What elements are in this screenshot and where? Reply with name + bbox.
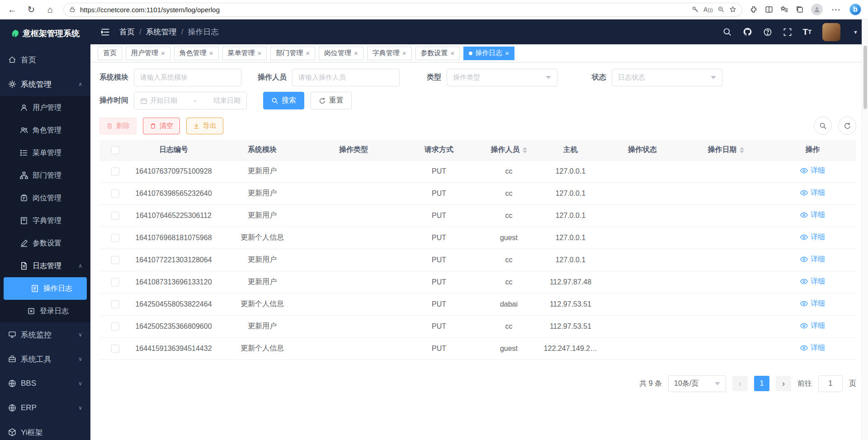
breadcrumb-item-system[interactable]: 系统管理 xyxy=(146,27,177,37)
tab-role-mgmt[interactable]: 角色管理× xyxy=(174,47,219,60)
detail-link[interactable]: 详细 xyxy=(800,277,825,286)
home-icon[interactable]: ⌂ xyxy=(44,5,56,15)
sidebar-item-system[interactable]: 系统管理 ∧ xyxy=(0,72,90,96)
tab-param-settings[interactable]: 参数设置× xyxy=(415,47,460,60)
help-icon[interactable] xyxy=(763,28,772,37)
font-size-icon[interactable]: TT xyxy=(803,27,812,37)
favorites-bar-icon[interactable] xyxy=(780,5,788,14)
prev-page-button[interactable]: ‹ xyxy=(732,376,748,391)
sidebar-item-logs[interactable]: 日志管理 ∧ xyxy=(0,255,90,277)
sidebar-item-tools[interactable]: 系统工具 ∨ xyxy=(0,347,90,371)
detail-link[interactable]: 详细 xyxy=(800,210,825,220)
sidebar-item-bbs[interactable]: BBS ∨ xyxy=(0,371,90,396)
status-select[interactable]: 日志状态 xyxy=(612,69,722,86)
detail-link[interactable]: 详细 xyxy=(800,343,825,353)
sidebar-item-parameters[interactable]: 参数设置 xyxy=(0,232,90,255)
detail-link[interactable]: 详细 xyxy=(800,321,825,331)
close-icon[interactable]: × xyxy=(451,49,455,57)
detail-link[interactable]: 详细 xyxy=(800,188,825,198)
scrollbar-thumb[interactable] xyxy=(863,46,867,109)
sidebar-item-menus[interactable]: 菜单管理 xyxy=(0,142,90,164)
close-icon[interactable]: × xyxy=(161,49,165,57)
tab-menu-mgmt[interactable]: 菜单管理× xyxy=(222,47,267,60)
reset-button[interactable]: 重置 xyxy=(311,92,352,109)
sidebar-item-monitor[interactable]: 系统监控 ∨ xyxy=(0,322,90,347)
tab-operation-log[interactable]: 操作日志× xyxy=(463,47,514,60)
zoom-out-icon[interactable] xyxy=(717,6,725,13)
extensions-icon[interactable] xyxy=(750,5,758,14)
select-all-checkbox[interactable] xyxy=(111,146,119,154)
sidebar-item-departments[interactable]: 部门管理 xyxy=(0,164,90,187)
app-logo[interactable]: 意框架管理系统 xyxy=(0,19,90,47)
fullscreen-icon[interactable] xyxy=(783,28,792,37)
sidebar-item-operation-log[interactable]: 操作日志 xyxy=(4,277,87,300)
delete-button[interactable]: 删除 xyxy=(99,118,137,134)
address-bar[interactable]: https://ccnetcore.com:1101/system/log/op… xyxy=(63,3,742,17)
sidebar-item-roles[interactable]: 角色管理 xyxy=(0,119,90,142)
sort-icon[interactable] xyxy=(740,147,744,153)
password-key-icon[interactable] xyxy=(692,6,699,13)
browser-profile-avatar[interactable] xyxy=(811,4,823,15)
tab-post-mgmt[interactable]: 岗位管理× xyxy=(319,47,363,60)
show-search-icon[interactable] xyxy=(814,117,832,135)
refresh-table-icon[interactable] xyxy=(838,117,856,135)
row-checkbox[interactable] xyxy=(111,212,119,220)
refresh-icon[interactable]: ↻ xyxy=(25,4,37,15)
row-checkbox[interactable] xyxy=(111,345,119,353)
clear-button[interactable]: 清空 xyxy=(143,118,180,134)
detail-link[interactable]: 详细 xyxy=(800,232,825,242)
row-checkbox[interactable] xyxy=(111,300,119,308)
next-page-button[interactable]: › xyxy=(776,376,791,391)
tab-dict-mgmt[interactable]: 字典管理× xyxy=(367,47,412,60)
module-input[interactable]: 请输入系统模块 xyxy=(134,69,241,86)
operator-input[interactable]: 请输入操作人员 xyxy=(292,69,400,86)
sidebar-item-users[interactable]: 用户管理 xyxy=(0,96,90,119)
goto-page-input[interactable]: 1 xyxy=(818,375,843,392)
page-size-select[interactable]: 10条/页 xyxy=(668,375,726,392)
read-aloud-icon[interactable]: A))) xyxy=(703,6,713,13)
sidebar-item-posts[interactable]: 岗位管理 xyxy=(0,187,90,209)
collections-icon[interactable] xyxy=(796,5,804,14)
close-icon[interactable]: × xyxy=(209,49,213,57)
tab-user-mgmt[interactable]: 用户管理× xyxy=(126,47,170,60)
row-checkbox[interactable] xyxy=(111,189,119,198)
sidebar-item-dictionary[interactable]: 字典管理 xyxy=(0,209,90,232)
date-range-picker[interactable]: 开始日期 - 结束日期 xyxy=(134,92,247,109)
sort-icon[interactable] xyxy=(523,147,527,153)
url-text[interactable]: https://ccnetcore.com:1101/system/log/op… xyxy=(80,6,687,14)
tab-home[interactable]: 首页 xyxy=(98,47,122,60)
bing-icon[interactable]: b xyxy=(849,3,862,16)
detail-link[interactable]: 详细 xyxy=(800,166,825,175)
close-icon[interactable]: × xyxy=(354,49,358,57)
search-button[interactable]: 搜索 xyxy=(263,92,304,109)
sidebar-item-home[interactable]: 首页 xyxy=(0,47,90,72)
sidebar-item-login-log[interactable]: 登录日志 xyxy=(0,300,90,322)
detail-link[interactable]: 详细 xyxy=(800,299,825,308)
sidebar-item-erp[interactable]: ERP ∨ xyxy=(0,396,90,420)
split-screen-icon[interactable] xyxy=(765,5,773,14)
collapse-sidebar-icon[interactable] xyxy=(100,27,110,37)
current-page-button[interactable]: 1 xyxy=(754,376,769,391)
more-menu-icon[interactable]: ⋯ xyxy=(830,4,842,15)
breadcrumb-item-home[interactable]: 首页 xyxy=(119,27,135,37)
row-checkbox[interactable] xyxy=(111,278,119,286)
row-checkbox[interactable] xyxy=(111,234,119,242)
close-icon[interactable]: × xyxy=(402,49,406,57)
close-icon[interactable]: × xyxy=(306,49,310,57)
row-checkbox[interactable] xyxy=(111,322,119,331)
page-scrollbar[interactable] xyxy=(862,19,868,440)
row-checkbox[interactable] xyxy=(111,167,119,175)
search-icon[interactable] xyxy=(723,28,732,37)
col-operator[interactable]: 操作人员 xyxy=(479,140,539,160)
github-icon[interactable] xyxy=(743,27,752,37)
user-avatar[interactable] xyxy=(822,23,840,41)
row-checkbox[interactable] xyxy=(111,256,119,264)
back-icon[interactable]: ← xyxy=(6,5,18,15)
close-icon[interactable]: × xyxy=(258,49,262,57)
favorites-add-icon[interactable] xyxy=(729,6,736,13)
type-select[interactable]: 操作类型 xyxy=(447,69,557,86)
avatar-caret-icon[interactable]: ▼ xyxy=(853,29,858,35)
detail-link[interactable]: 详细 xyxy=(800,255,825,264)
close-icon[interactable]: × xyxy=(505,49,509,57)
export-button[interactable]: 导出 xyxy=(186,118,223,134)
